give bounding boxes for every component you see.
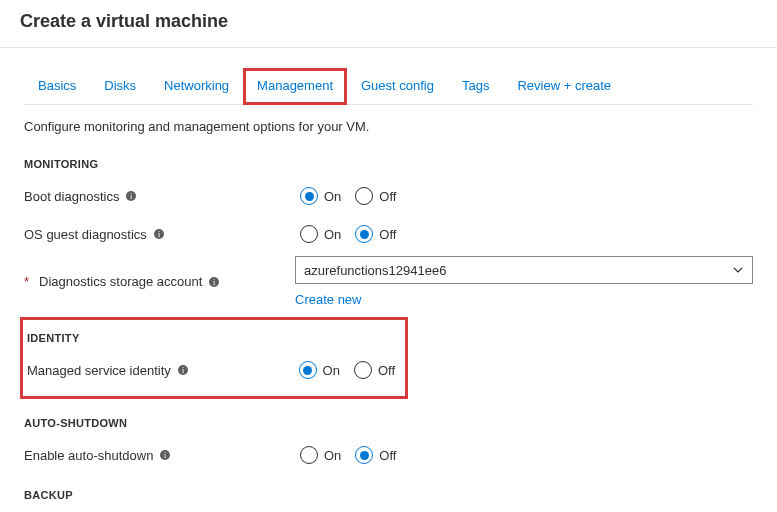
radio-label: On (324, 189, 341, 204)
section-identity-highlight: IDENTITY Managed service identity i On O… (20, 317, 408, 399)
row-boot-diagnostics: Boot diagnostics i On Off (24, 180, 753, 212)
required-indicator: * (24, 274, 29, 289)
tab-networking[interactable]: Networking (150, 68, 243, 104)
section-autoshutdown-header: AUTO-SHUTDOWN (24, 417, 753, 429)
radio-os-diag-off[interactable]: Off (355, 225, 396, 243)
info-icon[interactable]: i (125, 190, 137, 202)
label-storage-account: Diagnostics storage account (39, 274, 202, 289)
radio-boot-diag-off[interactable]: Off (355, 187, 396, 205)
section-monitoring-header: MONITORING (24, 158, 753, 170)
info-icon[interactable]: i (177, 364, 189, 376)
radio-os-diag-on[interactable]: On (300, 225, 341, 243)
row-storage-account: * Diagnostics storage account i azurefun… (24, 256, 753, 307)
label-boot-diagnostics: Boot diagnostics (24, 189, 119, 204)
section-backup-header: BACKUP (24, 489, 753, 501)
radio-autoshutdown-on[interactable]: On (300, 446, 341, 464)
intro-text: Configure monitoring and management opti… (24, 119, 753, 134)
radio-label: Off (378, 363, 395, 378)
radio-autoshutdown-off[interactable]: Off (355, 446, 396, 464)
select-value: azurefunctions12941ee6 (304, 263, 446, 278)
radio-msi-off[interactable]: Off (354, 361, 395, 379)
tab-tags[interactable]: Tags (448, 68, 503, 104)
radio-label: On (324, 227, 341, 242)
info-icon[interactable]: i (153, 228, 165, 240)
select-storage-account[interactable]: azurefunctions12941ee6 (295, 256, 753, 284)
info-icon[interactable]: i (208, 276, 220, 288)
tab-basics[interactable]: Basics (24, 68, 90, 104)
link-create-new-storage[interactable]: Create new (295, 292, 361, 307)
section-identity-header: IDENTITY (27, 332, 395, 344)
row-managed-service-identity: Managed service identity i On Off (27, 354, 395, 386)
info-icon[interactable]: i (159, 449, 171, 461)
row-os-diagnostics: OS guest diagnostics i On Off (24, 218, 753, 250)
radio-label: Off (379, 448, 396, 463)
chevron-down-icon (732, 264, 744, 276)
radio-label: Off (379, 227, 396, 242)
label-managed-service-identity: Managed service identity (27, 363, 171, 378)
tab-management[interactable]: Management (243, 68, 347, 105)
tabs: Basics Disks Networking Management Guest… (24, 68, 753, 105)
radio-label: On (323, 363, 340, 378)
radio-boot-diag-on[interactable]: On (300, 187, 341, 205)
radio-label: On (324, 448, 341, 463)
radio-msi-on[interactable]: On (299, 361, 340, 379)
tab-guest-config[interactable]: Guest config (347, 68, 448, 104)
tab-review-create[interactable]: Review + create (503, 68, 625, 104)
row-enable-auto-shutdown: Enable auto-shutdown i On Off (24, 439, 753, 471)
radio-label: Off (379, 189, 396, 204)
tab-disks[interactable]: Disks (90, 68, 150, 104)
page-title: Create a virtual machine (0, 0, 777, 48)
label-os-diagnostics: OS guest diagnostics (24, 227, 147, 242)
label-enable-auto-shutdown: Enable auto-shutdown (24, 448, 153, 463)
